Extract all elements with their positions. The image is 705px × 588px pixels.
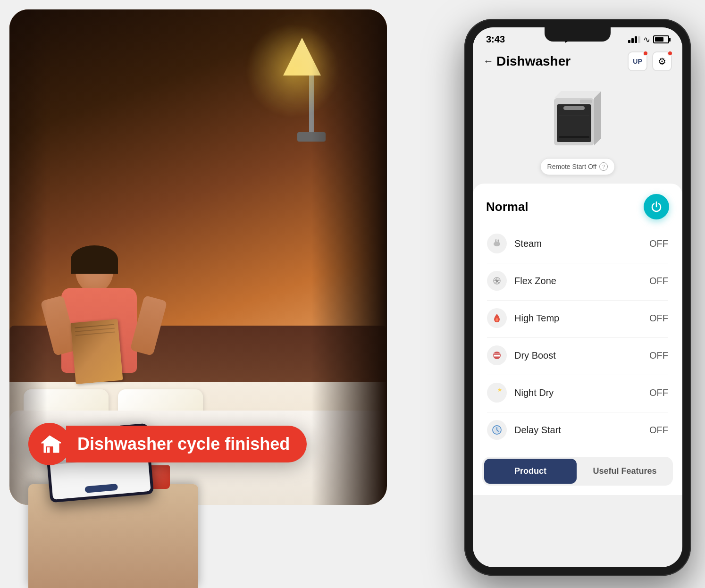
svg-rect-7 <box>559 136 589 138</box>
high-temp-setting-row[interactable]: High Temp OFF <box>480 301 675 336</box>
notification-icon <box>28 423 71 465</box>
battery-fill <box>655 37 663 42</box>
signal-bar-3 <box>635 36 637 43</box>
power-icon <box>650 201 663 213</box>
phone-notch <box>545 27 611 42</box>
steam-icon <box>491 237 503 250</box>
settings-notification-dot <box>667 50 673 56</box>
flex-zone-name: Flex Zone <box>514 276 649 286</box>
back-button[interactable]: ← <box>483 55 494 67</box>
dry-boost-name: Dry Boost <box>514 350 649 361</box>
notification-badge: Dishwasher cycle finished <box>28 423 307 465</box>
steam-name: Steam <box>514 238 649 249</box>
flex-zone-icon-wrap <box>487 271 507 291</box>
status-time: 3:43 <box>486 34 505 45</box>
high-temp-icon <box>491 312 503 324</box>
up-badge-text: UP <box>633 58 642 65</box>
notification-text-bg: Dishwasher cycle finished <box>66 426 307 462</box>
notification-text: Dishwasher cycle finished <box>77 434 290 454</box>
dry-boost-icon-wrap <box>487 345 507 365</box>
high-temp-value: OFF <box>649 313 668 324</box>
scene-container: Dishwasher cycle finished 3:43 ▶ <box>0 0 705 588</box>
svg-rect-8 <box>580 100 592 103</box>
home-icon <box>38 433 61 455</box>
settings-list: Steam OFF <box>473 226 682 447</box>
nightstand <box>28 484 198 588</box>
svg-marker-2 <box>554 91 601 98</box>
dry-boost-value: OFF <box>649 350 668 361</box>
header-icons: UP ⚙ <box>628 51 672 71</box>
status-icons: ∿ <box>628 34 669 45</box>
night-dry-name: Night Dry <box>514 387 649 398</box>
delay-start-name: Delay Start <box>514 425 649 436</box>
delay-start-icon <box>491 424 503 436</box>
night-dry-value: OFF <box>649 387 668 398</box>
power-button[interactable] <box>644 194 669 219</box>
svg-marker-12 <box>498 388 502 392</box>
bottom-tabs: Product Useful Features <box>482 457 673 486</box>
night-dry-icon-wrap <box>487 383 507 403</box>
flex-zone-setting-row[interactable]: Flex Zone OFF <box>480 263 675 298</box>
phone-wrapper: 3:43 ▶ ∿ <box>464 19 691 576</box>
steam-setting-row[interactable]: Steam OFF <box>480 226 675 261</box>
dishwasher-image <box>545 86 611 152</box>
delay-start-setting-row[interactable]: Delay Start OFF <box>480 412 675 447</box>
flex-zone-icon <box>491 275 503 287</box>
delay-start-icon-wrap <box>487 420 507 440</box>
appliance-area: Remote Start Off ? <box>473 77 682 180</box>
signal-bar-2 <box>631 38 634 43</box>
night-dry-setting-row[interactable]: Night Dry OFF <box>480 375 675 410</box>
high-temp-name: High Temp <box>514 313 649 324</box>
wifi-icon: ∿ <box>643 34 650 45</box>
svg-marker-3 <box>594 91 601 145</box>
signal-bar-1 <box>628 40 630 43</box>
help-icon[interactable]: ? <box>599 162 608 171</box>
dishwasher-svg <box>545 86 606 152</box>
night-dry-icon <box>491 386 503 399</box>
delay-start-value: OFF <box>649 425 668 436</box>
controls-area: Normal <box>473 184 682 495</box>
flex-zone-value: OFF <box>649 276 668 286</box>
steam-icon-wrap <box>487 234 507 253</box>
remote-start-badge[interactable]: Remote Start Off ? <box>540 158 615 175</box>
useful-features-tab[interactable]: Useful Features <box>579 459 671 484</box>
phone-outer: 3:43 ▶ ∿ <box>464 19 691 576</box>
cycle-name: Normal <box>486 200 529 214</box>
svg-point-9 <box>494 242 500 246</box>
steam-value: OFF <box>649 238 668 249</box>
settings-button[interactable]: ⚙ <box>652 51 672 71</box>
up-badge-notification-dot <box>643 50 648 56</box>
battery-icon <box>653 35 669 43</box>
back-arrow-icon: ← <box>483 55 494 67</box>
signal-bars <box>628 36 640 43</box>
remote-start-text: Remote Start Off <box>547 163 597 170</box>
dry-boost-setting-row[interactable]: Dry Boost OFF <box>480 338 675 373</box>
app-title: Dishwasher <box>496 54 628 69</box>
signal-bar-4 <box>638 36 640 43</box>
high-temp-icon-wrap <box>487 308 507 328</box>
settings-gear-icon: ⚙ <box>658 56 666 67</box>
phone-screen: 3:43 ▶ ∿ <box>473 27 682 567</box>
svg-rect-5 <box>563 106 585 110</box>
up-badge-button[interactable]: UP <box>628 51 647 71</box>
product-tab[interactable]: Product <box>484 459 577 484</box>
app-header: ← Dishwasher UP ⚙ <box>473 48 682 77</box>
dry-boost-icon <box>491 349 503 361</box>
controls-header: Normal <box>473 184 682 226</box>
